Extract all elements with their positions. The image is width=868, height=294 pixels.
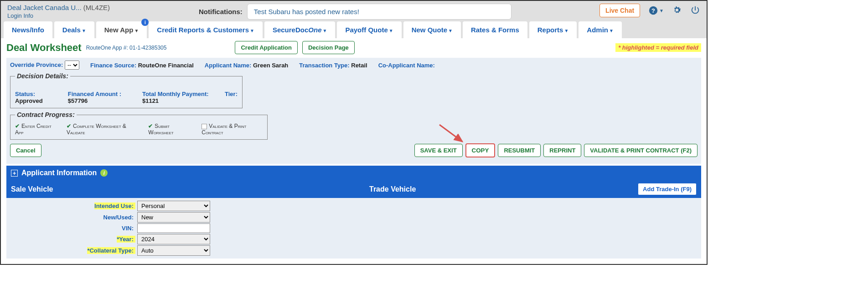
sale-vehicle-title: Sale Vehicle <box>11 185 53 193</box>
monthly-payment-label: Total Monthly Payment: <box>142 91 209 97</box>
tab-reports[interactable]: Reports▼ <box>529 21 577 38</box>
financed-amount-value: $57796 <box>68 97 88 104</box>
credit-application-button[interactable]: Credit Application <box>235 41 297 54</box>
unchecked-box-icon <box>202 124 207 129</box>
tier-label: Tier: <box>225 91 238 97</box>
power-icon[interactable] <box>690 5 700 16</box>
coapplicant-name-label: Co-Applicant Name: <box>378 62 435 69</box>
tab-securedoc[interactable]: SecureDocOne▼ <box>264 21 335 38</box>
tab-rates-forms[interactable]: Rates & Forms <box>463 21 527 38</box>
applicant-name-label: Applicant Name: <box>205 62 252 69</box>
live-chat-button[interactable]: Live Chat <box>599 4 640 17</box>
status-label: Status: <box>15 91 35 97</box>
gear-icon[interactable] <box>672 5 682 16</box>
tab-new-quote[interactable]: New Quote▼ <box>403 21 461 38</box>
tab-payoff-quote[interactable]: Payoff Quote▼ <box>337 21 401 38</box>
reprint-button[interactable]: REPRINT <box>543 144 581 157</box>
applicant-name-value: Green Sarah <box>253 62 288 69</box>
notifications-label: Notifications: <box>199 8 243 15</box>
tab-news-info[interactable]: News/Info <box>4 21 52 38</box>
cancel-button[interactable]: Cancel <box>10 144 41 157</box>
financed-amount-label: Financed Amount : <box>68 91 121 97</box>
login-info-link[interactable]: Login Info <box>7 12 140 19</box>
intended-use-select[interactable]: Personal <box>137 201 210 211</box>
app-number: RouteOne App #: 01-1-42385305 <box>86 45 167 51</box>
year-label: *Year: <box>117 236 135 243</box>
contract-progress-fieldset: Contract Progress: ✔Enter Credit App ✔Co… <box>10 111 268 140</box>
intended-use-label: Intended Use: <box>94 203 135 209</box>
breadcrumb[interactable]: Deal Jacket Canada U... (ML4ZE) <box>7 4 140 11</box>
progress-step-1: ✔Enter Credit App <box>15 123 57 136</box>
add-trade-in-button[interactable]: Add Trade-In (F9) <box>638 183 697 195</box>
tab-deals[interactable]: Deals▼ <box>54 21 94 38</box>
applicant-information-header: + Applicant Information i <box>6 166 701 180</box>
check-icon: ✔ <box>15 123 20 129</box>
notification-message[interactable]: Test Subaru has posted new rates! <box>247 4 512 20</box>
check-icon: ✔ <box>148 123 153 129</box>
expand-icon[interactable]: + <box>11 170 18 177</box>
required-field-note: * highlighted = required field <box>615 43 701 52</box>
tab-new-app[interactable]: New App▼ i <box>96 21 147 38</box>
page-title: Deal Worksheet <box>6 42 82 54</box>
info-badge-icon: i <box>141 19 149 26</box>
collateral-type-select[interactable]: Auto <box>137 245 210 256</box>
progress-step-2: ✔Complete Worksheet & Validate <box>67 123 138 136</box>
trade-vehicle-title: Trade Vehicle <box>369 185 416 193</box>
decision-page-button[interactable]: Decision Page <box>302 41 355 54</box>
override-province-label: Override Province: <box>10 61 63 68</box>
annotation-arrow-icon <box>437 122 469 145</box>
new-used-label: New/Used: <box>103 214 135 221</box>
tab-credit-reports[interactable]: Credit Reports & Customers▼ <box>149 21 263 38</box>
year-select[interactable]: 2024 <box>137 234 210 244</box>
vin-input[interactable] <box>137 223 210 233</box>
progress-step-4: Validate & Print Contract <box>202 123 263 136</box>
status-value: Approved <box>15 97 43 104</box>
validate-print-button[interactable]: VALIDATE & PRINT CONTRACT (F2) <box>584 144 698 157</box>
finance-source-label: Finance Source: <box>90 62 136 69</box>
svg-line-2 <box>439 125 462 142</box>
progress-step-3: ✔Submit Worksheet <box>148 123 191 136</box>
tab-admin[interactable]: Admin▼ <box>579 21 622 38</box>
svg-text:?: ? <box>651 7 655 14</box>
finance-source-value: RouteOne Financial <box>138 62 194 69</box>
save-exit-button[interactable]: SAVE & EXIT <box>414 144 463 157</box>
info-icon[interactable]: i <box>100 169 108 177</box>
help-icon[interactable]: ? ▼ <box>648 5 664 15</box>
decision-details-fieldset: Decision Details: Status: Approved Finan… <box>10 72 243 108</box>
copy-button[interactable]: COPY <box>465 143 496 157</box>
collateral-type-label: *Collateral Type: <box>87 247 135 254</box>
monthly-payment-value: $1121 <box>142 97 159 104</box>
transaction-type-value: Retail <box>351 62 367 69</box>
transaction-type-label: Transaction Type: <box>299 62 349 69</box>
new-used-select[interactable]: New <box>137 212 210 223</box>
check-icon: ✔ <box>67 123 71 129</box>
override-province-select[interactable]: -- <box>65 61 79 70</box>
resubmit-button[interactable]: RESUBMIT <box>498 144 541 157</box>
vin-label: VIN: <box>122 225 135 232</box>
